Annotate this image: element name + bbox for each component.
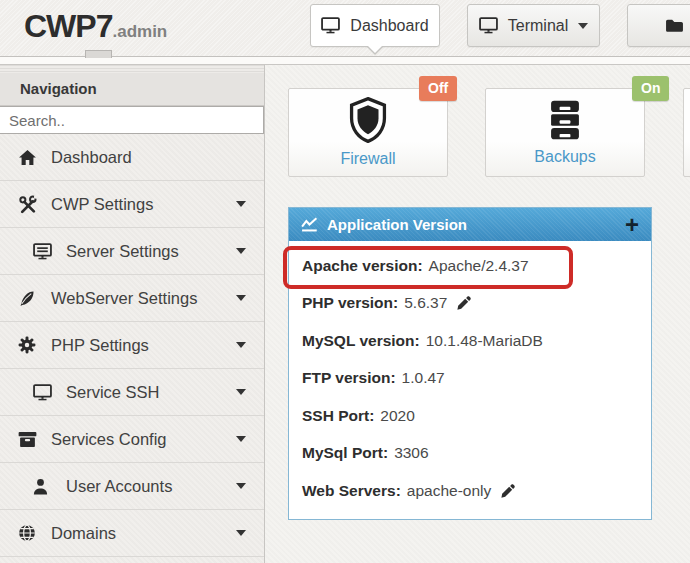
sidebar-item-cwp-settings[interactable]: CWP Settings [0, 181, 264, 228]
tools-icon [18, 195, 40, 214]
sidebar-search [0, 106, 264, 134]
version-row-apache: Apache version: Apache/2.4.37 [289, 247, 651, 285]
sidebar-item-label: Dashboard [51, 148, 132, 167]
home-icon [18, 149, 40, 166]
sidebar-item-dashboard[interactable]: Dashboard [0, 134, 264, 181]
row-label: MySql Port: [302, 444, 388, 462]
tab-terminal-label: Terminal [508, 17, 568, 35]
plus-icon[interactable]: + [625, 213, 639, 237]
caret-down-icon [236, 389, 246, 395]
user-icon [33, 478, 55, 495]
sidebar-title: Navigation [0, 73, 264, 106]
tab-file[interactable]: File [627, 4, 690, 47]
caret-down-icon [236, 483, 246, 489]
version-row-ssh-port: SSH Port: 2020 [289, 397, 651, 435]
sidebar-collapse-tab[interactable] [85, 50, 112, 58]
sidebar-item-server-settings[interactable]: Server Settings [0, 228, 264, 275]
row-value: 1.0.47 [402, 369, 445, 387]
row-label: FTP version: [302, 369, 396, 387]
sidebar-item-user-accounts[interactable]: User Accounts [0, 463, 264, 510]
panel-header: Application Version + [289, 208, 651, 241]
version-row-php: PHP version: 5.6.37 [289, 285, 651, 323]
feather-icon [18, 290, 40, 307]
caret-down-icon [236, 530, 246, 536]
sidebar-item-domains[interactable]: Domains [0, 510, 264, 557]
application-version-panel: Application Version + Apache version: Ap… [288, 207, 652, 520]
sidebar: Navigation Dashboard CWP Settings Server… [0, 65, 265, 563]
sidebar-item-webserver-settings[interactable]: WebServer Settings [0, 275, 264, 322]
sidebar-item-services-config[interactable]: Services Config [0, 416, 264, 463]
row-label: MySQL version: [302, 332, 420, 350]
app-header: CWP7.admin Dashboard Terminal File [0, 0, 690, 56]
caret-down-icon [236, 201, 246, 207]
caret-down-icon [236, 248, 246, 254]
pencil-icon[interactable] [500, 483, 516, 499]
sidebar-item-label: Service SSH [66, 383, 160, 402]
drawers-icon [548, 99, 582, 141]
caret-down-icon [236, 295, 246, 301]
row-value: Apache/2.4.37 [429, 257, 529, 275]
row-label: Web Servers: [302, 482, 401, 500]
folder-icon [665, 18, 684, 33]
widget-partial[interactable] [683, 88, 690, 177]
widget-backups[interactable]: Backups [485, 88, 645, 177]
tab-terminal[interactable]: Terminal [467, 4, 600, 47]
monitor-icon [321, 17, 340, 34]
tab-dashboard[interactable]: Dashboard [310, 4, 440, 47]
sidebar-item-label: CWP Settings [51, 195, 153, 214]
row-label: SSH Port: [302, 407, 374, 425]
row-value: 2020 [380, 407, 414, 425]
sidebar-texture-stripes [0, 65, 264, 73]
logo-brand: CWP7 [24, 8, 112, 44]
sidebar-item-label: Services Config [51, 430, 167, 449]
version-row-web-servers: Web Servers: apache-only [289, 472, 651, 510]
tab-dashboard-label: Dashboard [350, 17, 428, 35]
status-badge-backups: On [632, 76, 669, 101]
pencil-icon[interactable] [456, 295, 472, 311]
caret-down-icon [578, 23, 588, 29]
panel-body: Apache version: Apache/2.4.37 PHP versio… [289, 241, 651, 510]
sidebar-item-label: Server Settings [66, 242, 179, 261]
version-row-mysql-port: MySql Port: 3306 [289, 435, 651, 473]
row-label: Apache version: [302, 257, 423, 275]
caret-down-icon [236, 342, 246, 348]
sidebar-item-php-settings[interactable]: PHP Settings [0, 322, 264, 369]
row-value: 3306 [394, 444, 428, 462]
row-label: PHP version: [302, 294, 398, 312]
widget-firewall[interactable]: Firewall [288, 88, 448, 177]
cwp-admin-dashboard: { "header": { "logo": { "brand": "CWP7",… [0, 0, 690, 563]
widget-backups-label: Backups [534, 148, 595, 166]
monitor-icon [33, 243, 55, 260]
archive-icon [18, 431, 40, 448]
app-logo: CWP7.admin [24, 8, 167, 45]
chart-line-icon [301, 217, 318, 232]
monitor-icon [479, 17, 498, 34]
widget-firewall-label: Firewall [340, 150, 395, 168]
gear-icon [18, 336, 40, 354]
version-row-mysql: MySQL version: 10.1.48-MariaDB [289, 322, 651, 360]
globe-icon [18, 524, 40, 542]
row-value: apache-only [407, 482, 491, 500]
status-badge-firewall: Off [419, 76, 457, 101]
row-value: 5.6.37 [404, 294, 447, 312]
monitor-icon [33, 384, 55, 401]
sidebar-item-label: PHP Settings [51, 336, 149, 355]
version-row-ftp: FTP version: 1.0.47 [289, 360, 651, 398]
search-input[interactable] [0, 106, 264, 134]
shield-icon [348, 97, 388, 143]
sidebar-item-label: Domains [51, 524, 116, 543]
panel-title: Application Version [327, 216, 467, 233]
sidebar-item-service-ssh[interactable]: Service SSH [0, 369, 264, 416]
row-value: 10.1.48-MariaDB [426, 332, 543, 350]
sidebar-item-label: WebServer Settings [51, 289, 197, 308]
logo-suffix: .admin [112, 22, 167, 41]
caret-down-icon [236, 436, 246, 442]
sidebar-item-label: User Accounts [66, 477, 172, 496]
